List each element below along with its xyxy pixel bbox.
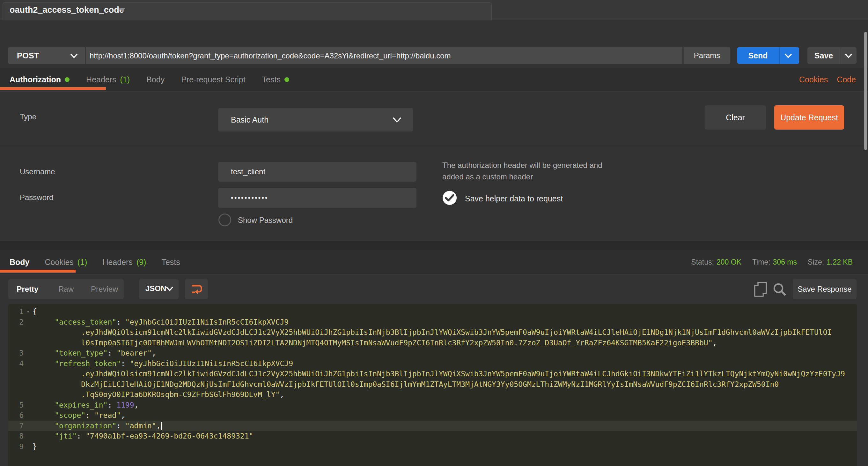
request-title: oauth2_access_token_code — [9, 5, 124, 15]
fold-gutter — [24, 348, 33, 358]
search-icon — [772, 282, 787, 297]
save-chevron-icon[interactable] — [845, 53, 852, 58]
fold-gutter — [24, 358, 33, 369]
meta-label: Size: — [808, 258, 824, 266]
request-tabs-bar: AuthorizationHeaders(1)BodyPre-request S… — [0, 68, 868, 92]
password-label: Password — [20, 193, 53, 202]
line-number: 5 — [8, 400, 24, 410]
update-request-button[interactable]: Update Request — [774, 105, 844, 129]
save-button[interactable]: Save — [807, 47, 857, 64]
line-number — [8, 327, 24, 338]
view-pretty[interactable]: Pretty — [8, 279, 47, 299]
tab-authorization[interactable]: Authorization — [9, 75, 69, 84]
code-line: 5 "expires_in": 1199, — [8, 400, 857, 410]
meta-label: Time: — [752, 258, 770, 266]
meta-value: 1.22 KB — [827, 258, 853, 266]
copy-button[interactable] — [754, 282, 768, 299]
tab-headers[interactable]: Headers(1) — [86, 75, 130, 84]
auth-type-label: Type — [20, 112, 36, 121]
line-number — [8, 369, 24, 379]
response-code-lines: 1▾{2 "access_token": "eyJhbGciOiJIUzI1Ni… — [8, 307, 857, 452]
line-number — [8, 379, 24, 390]
url-value: http://host1:8000/oauth/token?grant_type… — [90, 51, 451, 60]
language-chevron-icon — [166, 286, 174, 291]
code-line: .eyJhdWQiOlsicm91cmNlc2lkIiwidGVzdCJdLCJ… — [8, 327, 857, 338]
url-input[interactable]: http://host1:8000/oauth/token?grant_type… — [86, 47, 682, 64]
clear-button[interactable]: Clear — [705, 105, 766, 129]
save-helper-label: Save helper data to request — [465, 194, 563, 203]
auth-type-select[interactable]: Basic Auth — [218, 108, 413, 132]
fold-gutter — [24, 379, 33, 390]
code-line: 9} — [8, 441, 857, 452]
tab-body[interactable]: Body — [146, 75, 164, 84]
view-switcher: PrettyRawPreview — [8, 279, 124, 299]
language-select[interactable]: JSON — [139, 279, 179, 299]
params-button[interactable]: Params — [683, 47, 730, 64]
tab-tests[interactable]: Tests — [262, 75, 289, 84]
copy-icon — [754, 282, 768, 297]
tab-pre-request-script[interactable]: Pre-request Script — [181, 75, 245, 84]
response-tab-headers[interactable]: Headers(9) — [102, 258, 146, 267]
fold-gutter — [24, 441, 33, 452]
code-line: 7 "organization": "admin", — [8, 421, 857, 431]
code-line: 1▾{ — [8, 307, 857, 317]
line-number — [8, 338, 24, 348]
line-number: 8 — [8, 431, 24, 441]
line-number: 4 — [8, 358, 24, 369]
fold-gutter — [24, 400, 33, 410]
code-line: 6 "scope": "read", — [8, 410, 857, 421]
window-scrollbar[interactable] — [864, 32, 867, 150]
save-response-button[interactable]: Save Response — [793, 279, 857, 299]
password-field[interactable]: ••••••••••• — [218, 188, 416, 208]
response-tabs-bar: BodyCookies(1)Headers(9)Tests Status:200… — [0, 251, 868, 274]
method-value: POST — [17, 51, 39, 60]
line-number: 6 — [8, 410, 24, 421]
status-dot-icon — [65, 77, 69, 82]
response-meta: Status:200 OKTime:306 msSize:1.22 KB — [691, 251, 853, 274]
view-preview[interactable]: Preview — [85, 279, 124, 299]
title-caret-icon[interactable] — [119, 8, 126, 12]
status-dot-icon — [284, 77, 289, 82]
response-body-viewer[interactable]: 1▾{2 "access_token": "eyJhbGciOiJIUzI1Ni… — [8, 304, 857, 466]
code-line: .eyJhdWQiOlsicm91cmNlc2lkIiwidGVzdCJdLCJ… — [8, 369, 857, 379]
username-field[interactable]: test_client — [218, 162, 416, 182]
response-active-tab-underline — [0, 270, 75, 272]
title-bar: oauth2_access_token_code — [0, 0, 868, 21]
line-wrap-icon — [191, 284, 203, 295]
view-raw[interactable]: Raw — [47, 279, 86, 299]
send-button[interactable]: Send — [737, 47, 799, 64]
request-url-row: POST http://host1:8000/oauth/token?grant… — [0, 47, 868, 64]
fold-gutter — [24, 421, 33, 431]
send-chevron-icon[interactable] — [784, 53, 792, 58]
code-line: 4 "refresh_token": "eyJhbGciOiJIUzI1NiIs… — [8, 358, 857, 369]
active-tab-underline — [0, 87, 106, 90]
check-icon — [445, 194, 454, 202]
text-cursor — [161, 422, 162, 430]
code-line: 3 "token_type": "bearer", — [8, 348, 857, 358]
response-tab-tests[interactable]: Tests — [161, 258, 180, 267]
show-password-radio[interactable] — [218, 213, 231, 226]
fold-gutter — [24, 338, 33, 348]
authorization-panel: Type Basic Auth Clear Update Request Use… — [0, 92, 868, 241]
code-link[interactable]: Code — [837, 75, 856, 84]
fold-caret-icon[interactable]: ▾ — [24, 307, 33, 317]
method-select[interactable]: POST — [8, 47, 86, 64]
meta-value: 200 OK — [716, 258, 741, 266]
meta-label: Status: — [691, 258, 714, 266]
response-toolbar: PrettyRawPreview JSON — [0, 274, 868, 304]
response-tab-body[interactable]: Body — [9, 258, 30, 267]
code-line: 2 "access_token": "eyJhbGciOiJIUzI1NiIsI… — [8, 317, 857, 327]
section-divider — [0, 241, 868, 251]
search-button[interactable] — [772, 282, 787, 298]
line-number: 3 — [8, 348, 24, 358]
cookies-link[interactable]: Cookies — [799, 75, 828, 84]
line-number: 9 — [8, 441, 24, 452]
line-number: 2 — [8, 317, 24, 327]
save-helper-checkbox[interactable] — [443, 191, 457, 205]
response-tab-cookies[interactable]: Cookies(1) — [45, 258, 87, 267]
line-number: 1 — [8, 307, 24, 317]
fold-gutter — [24, 369, 33, 379]
code-line: l0sImp0aSI6Ijc0OTBhMWJmLWVhOTMtNDI2OS1iZ… — [8, 338, 857, 348]
code-line: .TqS0oyO0IP1a6DKROsqbm-C9ZFrbSGlFh969DLv… — [8, 389, 857, 400]
line-wrap-button[interactable] — [185, 279, 208, 299]
